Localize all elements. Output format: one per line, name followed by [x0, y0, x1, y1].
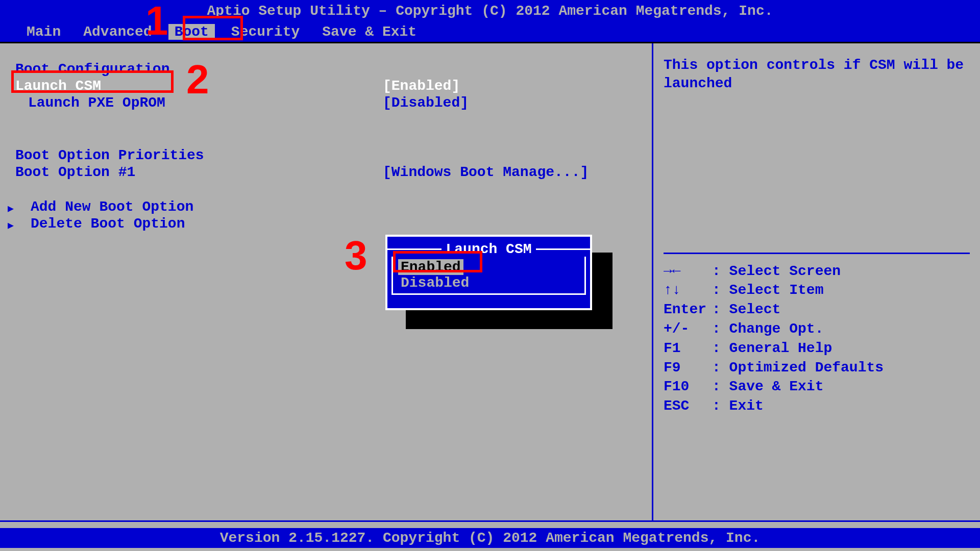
annotation-box-2 [11, 70, 174, 93]
help-divider [664, 253, 970, 254]
footer-text: Version 2.15.1227. Copyright (C) 2012 Am… [220, 530, 761, 546]
hotkey-save-exit: F10: Save & Exit [664, 377, 970, 396]
boot-option-1-row[interactable]: Boot Option #1 [Windows Boot Manage...] [15, 164, 636, 180]
hotkey-change-opt: +/-: Change Opt. [664, 319, 970, 339]
help-text: This option controls if CSM will be laun… [664, 56, 970, 93]
tab-main[interactable]: Main [20, 24, 67, 40]
annotation-number-1: 1 [145, 0, 168, 44]
hotkey-exit: ESC: Exit [664, 396, 970, 416]
footer-bar: Version 2.15.1227. Copyright (C) 2012 Am… [0, 528, 980, 548]
add-boot-option[interactable]: Add New Boot Option [15, 199, 636, 215]
hotkey-general-help: F1: General Help [664, 339, 970, 358]
launch-pxe-value: [Disabled] [383, 95, 469, 111]
boot-priorities-header: Boot Option Priorities [15, 147, 636, 163]
tab-save-exit[interactable]: Save & Exit [316, 24, 423, 40]
bios-title: Aptio Setup Utility – Copyright (C) 2012… [207, 3, 773, 19]
launch-pxe-row[interactable]: Launch PXE OpROM [Disabled] [15, 95, 636, 111]
hotkey-optimized-defaults: F9: Optimized Defaults [664, 358, 970, 378]
annotation-box-3 [393, 251, 482, 272]
hotkey-select-item: ↑↓: Select Item [664, 281, 970, 300]
delete-boot-option[interactable]: Delete Boot Option [15, 216, 636, 232]
popup-option-disabled[interactable]: Disabled [398, 275, 472, 291]
launch-csm-value: [Enabled] [383, 78, 460, 94]
annotation-number-3: 3 [345, 232, 368, 279]
help-panel: This option controls if CSM will be laun… [653, 43, 980, 520]
hotkey-select: Enter: Select [664, 300, 970, 319]
hotkey-select-screen: →←: Select Screen [664, 262, 970, 281]
footer-divider [0, 520, 980, 528]
annotation-number-2: 2 [186, 56, 209, 103]
boot-option-1-value: [Windows Boot Manage...] [383, 164, 589, 180]
hotkeys-list: →←: Select Screen ↑↓: Select Item Enter:… [664, 262, 970, 416]
annotation-box-1 [183, 16, 243, 40]
launch-csm-popup: Launch CSM Enabled Disabled [385, 235, 592, 310]
boot-option-1-label: Boot Option #1 [15, 164, 383, 180]
